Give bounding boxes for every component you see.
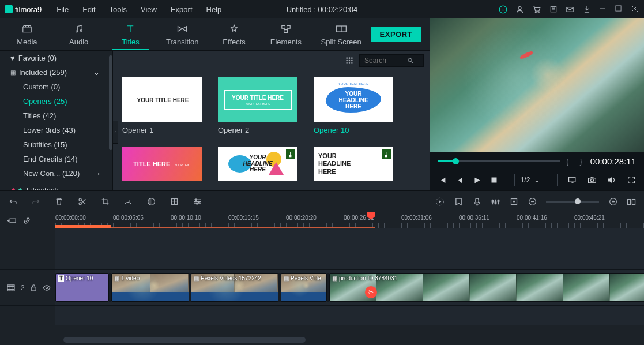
tab-elements[interactable]: Elements bbox=[260, 18, 312, 50]
zoom-out-icon[interactable] bbox=[528, 197, 537, 207]
crop-icon[interactable] bbox=[100, 197, 110, 207]
menu-edit[interactable]: Edit bbox=[76, 3, 102, 16]
sidebar-lower3rds[interactable]: Lower 3rds (43) bbox=[0, 123, 112, 137]
play-button[interactable] bbox=[472, 175, 481, 185]
timeline-scrollbar[interactable] bbox=[55, 337, 644, 343]
redo-icon[interactable] bbox=[31, 197, 40, 207]
prev-frame-button[interactable] bbox=[438, 175, 447, 185]
green-screen-icon[interactable] bbox=[170, 197, 179, 207]
track-header-video[interactable]: 2 bbox=[0, 270, 55, 305]
sidebar-filmstock[interactable]: ◆◆ Filmstock bbox=[0, 181, 112, 190]
keyframe-add-icon[interactable] bbox=[509, 197, 518, 207]
sidebar-included[interactable]: ▦ Included (259)⌄ bbox=[0, 65, 112, 80]
snapshot-icon[interactable] bbox=[587, 175, 597, 185]
color-icon[interactable] bbox=[146, 197, 156, 207]
sidebar-favorite[interactable]: ♥ Favorite (0) bbox=[0, 51, 112, 65]
card-opener10[interactable]: YOUR TEXT HEREYOURHEADLINEHERE Opener 10 bbox=[314, 77, 393, 134]
tab-media[interactable]: Media bbox=[1, 18, 53, 50]
track-overlay[interactable] bbox=[55, 228, 644, 269]
card-plain[interactable]: ⭳YOURHEADLINEHERE bbox=[314, 147, 393, 181]
info-icon[interactable] bbox=[499, 5, 507, 14]
speed-icon[interactable] bbox=[123, 197, 133, 207]
search-input[interactable] bbox=[359, 54, 424, 67]
undo-icon[interactable] bbox=[8, 197, 17, 207]
clip-pexels1[interactable]: ▦ Pexels Videos 1572242 bbox=[191, 273, 278, 302]
save-icon[interactable] bbox=[549, 5, 558, 14]
track-video[interactable]: TOpener 10 ▦ 1 video ▦ Pexels Videos 157… bbox=[55, 270, 644, 305]
seek-bar[interactable] bbox=[438, 160, 560, 162]
svg-point-31 bbox=[195, 199, 197, 201]
render-preview-icon[interactable] bbox=[435, 197, 445, 207]
maximize-button[interactable] bbox=[615, 5, 623, 13]
adjust-icon[interactable] bbox=[193, 197, 202, 207]
tab-titles[interactable]: Titles bbox=[105, 18, 157, 50]
zoom-fit-icon[interactable] bbox=[627, 197, 636, 207]
menu-file[interactable]: File bbox=[50, 3, 76, 16]
svg-point-21 bbox=[351, 62, 353, 64]
svg-rect-10 bbox=[287, 25, 290, 28]
clip-opener10[interactable]: TOpener 10 bbox=[55, 273, 109, 302]
time-ruler[interactable]: 00:00:00:0000:00:05:0500:00:10:1000:00:1… bbox=[55, 212, 644, 228]
menu-help[interactable]: Help bbox=[199, 3, 229, 16]
card-opener1[interactable]: YOUR TITLE HERE Opener 1 bbox=[122, 77, 202, 134]
tab-effects[interactable]: Effects bbox=[208, 18, 260, 50]
svg-point-17 bbox=[348, 59, 350, 61]
download-icon[interactable] bbox=[582, 5, 591, 14]
play-prev-button[interactable] bbox=[455, 175, 464, 185]
preview-viewport[interactable] bbox=[430, 18, 644, 152]
svg-rect-37 bbox=[495, 202, 496, 204]
add-track-icon[interactable] bbox=[7, 216, 16, 225]
grid-view-icon[interactable] bbox=[345, 56, 353, 65]
menu-view[interactable]: View bbox=[134, 3, 164, 16]
timeline-toolbar bbox=[0, 190, 644, 212]
marker-icon[interactable] bbox=[454, 197, 463, 207]
sidebar-endcredits[interactable]: End Credits (14) bbox=[0, 152, 112, 166]
mail-icon[interactable] bbox=[566, 5, 574, 14]
eye-icon[interactable] bbox=[43, 285, 51, 291]
clip-production[interactable]: ▦ production ID 3784031 bbox=[329, 273, 644, 302]
svg-point-2 bbox=[535, 12, 536, 13]
split-icon[interactable] bbox=[77, 197, 86, 207]
svg-point-19 bbox=[346, 62, 348, 64]
split-at-playhead-icon[interactable]: ✂ bbox=[365, 286, 377, 298]
tab-split-screen[interactable]: Split Screen bbox=[312, 18, 371, 50]
cart-icon[interactable] bbox=[532, 5, 541, 14]
sidebar-subtitles[interactable]: Subtitles (15) bbox=[0, 137, 112, 152]
sidebar-custom[interactable]: Custom (0) bbox=[0, 80, 112, 94]
account-icon[interactable] bbox=[515, 5, 524, 14]
sidebar-newcon[interactable]: New Con... (120)› bbox=[0, 166, 112, 181]
mark-in-out-icon[interactable]: { } bbox=[566, 157, 585, 166]
download-badge-icon: ⭳ bbox=[382, 149, 391, 159]
lock-icon[interactable] bbox=[31, 284, 37, 291]
track-audio[interactable] bbox=[55, 306, 644, 325]
svg-rect-46 bbox=[32, 287, 36, 291]
clip-1video[interactable]: ▦ 1 video bbox=[111, 273, 189, 302]
volume-icon[interactable] bbox=[607, 175, 616, 185]
voiceover-icon[interactable] bbox=[472, 197, 481, 207]
display-settings-icon[interactable] bbox=[568, 175, 577, 185]
delete-icon[interactable] bbox=[54, 197, 63, 207]
audio-mixer-icon[interactable] bbox=[491, 197, 500, 207]
playback-speed-select[interactable]: 1/2 ⌄ bbox=[514, 174, 558, 186]
close-button[interactable] bbox=[631, 5, 639, 13]
tab-transition[interactable]: Transition bbox=[156, 18, 208, 50]
fullscreen-icon[interactable] bbox=[627, 175, 636, 185]
zoom-in-icon[interactable] bbox=[608, 197, 617, 207]
card-opener2[interactable]: YOUR TITLE HEREYOUR TEXT HERE Opener 2 bbox=[218, 77, 297, 134]
menu-tools[interactable]: Tools bbox=[103, 3, 134, 16]
tab-audio[interactable]: Audio bbox=[53, 18, 105, 50]
clip-pexels2[interactable]: ▦ Pexels Vide bbox=[281, 273, 327, 302]
minimize-button[interactable] bbox=[599, 5, 607, 13]
playhead[interactable]: ✂ bbox=[371, 212, 371, 345]
sidebar-titles[interactable]: Titles (42) bbox=[0, 108, 112, 123]
card-shapes[interactable]: ⭳ YOURHEADLINEHERE bbox=[218, 147, 297, 181]
download-badge-icon: ⭳ bbox=[286, 149, 295, 159]
link-icon[interactable] bbox=[22, 216, 31, 225]
svg-rect-11 bbox=[284, 30, 288, 33]
card-pink[interactable]: TITLE HEREYOUR TEXT bbox=[122, 147, 202, 181]
sidebar-openers[interactable]: Openers (25) bbox=[0, 94, 112, 108]
zoom-slider[interactable] bbox=[546, 201, 599, 202]
export-button[interactable]: EXPORT bbox=[371, 27, 421, 42]
stop-button[interactable] bbox=[489, 175, 499, 185]
menu-export[interactable]: Export bbox=[164, 3, 199, 16]
